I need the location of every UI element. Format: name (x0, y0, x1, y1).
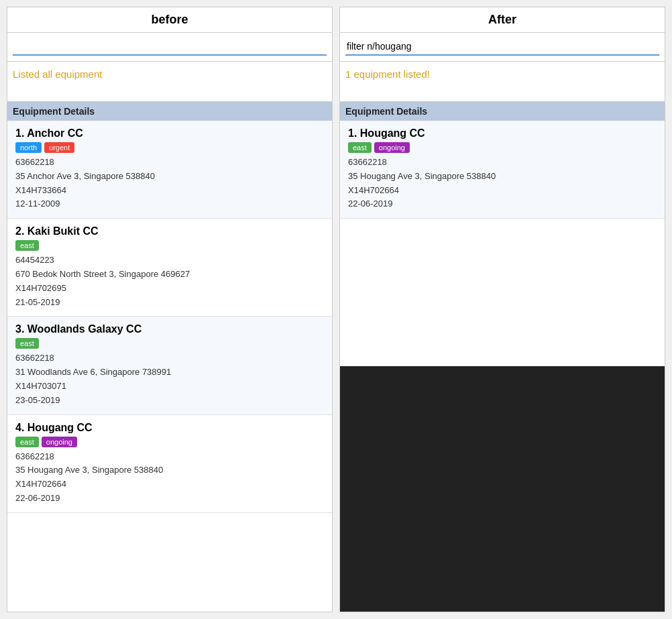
left-status-area: Listed all equipment (7, 62, 332, 102)
item-phone: 63662218 (15, 157, 54, 167)
item-address: 670 Bedok North Street 3, Singapore 4696… (15, 269, 190, 279)
item-name-highlighted: Hougang CC (360, 127, 425, 139)
right-input-area (340, 33, 665, 62)
left-equipment-list: 1. Anchor CCnorthurgent6366221835 Anchor… (7, 121, 332, 612)
left-input[interactable] (13, 38, 327, 56)
item-address: 31 Woodlands Ave 6, Singapore 738991 (15, 367, 171, 377)
item-detail: 6366221835 Hougang Ave 3, Singapore 5388… (15, 450, 324, 506)
list-item: 1. Hougang CCeastongoing6366221835 Houga… (340, 121, 665, 219)
list-item: 1. Anchor CCnorthurgent6366221835 Anchor… (7, 121, 332, 219)
right-status-area: 1 equipment listed! (340, 62, 665, 102)
list-item: 3. Woodlands Galaxy CCeast6366221831 Woo… (7, 317, 332, 414)
left-panel: before Listed all equipment Equipment De… (7, 7, 333, 612)
item-code: X14H733664 (15, 185, 66, 195)
list-item: 4. Hougang CCeastongoing6366221835 Houga… (7, 415, 332, 513)
right-equipment-list: 1. Hougang CCeastongoing6366221835 Houga… (340, 121, 665, 366)
item-number: 1. (15, 127, 27, 139)
item-number: 1. (348, 127, 360, 139)
item-phone: 64454223 (15, 255, 54, 265)
item-name: 4. Hougang CC (15, 422, 324, 434)
item-date: 12-11-2009 (15, 199, 60, 209)
item-phone: 63662218 (15, 451, 54, 461)
list-item: 2. Kaki Bukit CCeast64454223670 Bedok No… (7, 219, 332, 317)
item-date: 23-05-2019 (15, 395, 60, 405)
badge-east: east (15, 437, 39, 447)
item-detail: 6366221835 Hougang Ave 3, Singapore 5388… (348, 156, 657, 211)
item-code: X14H703071 (15, 381, 66, 391)
item-phone: 63662218 (15, 353, 54, 363)
left-panel-title: before (7, 7, 332, 33)
right-status-text: 1 equipment listed! (345, 68, 430, 80)
item-badges: eastongoing (348, 142, 657, 153)
item-code: X14H702664 (15, 479, 66, 489)
badge-north: north (15, 142, 42, 153)
right-section-label: Equipment Details (340, 102, 665, 121)
item-name: 2. Kaki Bukit CC (15, 225, 324, 237)
right-input[interactable] (345, 38, 659, 56)
badge-urgent: urgent (44, 142, 74, 153)
item-date: 21-05-2019 (15, 297, 60, 307)
item-detail: 6366221831 Woodlands Ave 6, Singapore 73… (15, 351, 324, 407)
item-number: 3. (15, 323, 27, 335)
item-badges: eastongoing (15, 437, 324, 447)
item-date: 22-06-2019 (15, 493, 60, 503)
right-panel-title: After (340, 7, 665, 33)
badge-east: east (348, 142, 372, 153)
badge-east: east (15, 338, 39, 349)
item-code: X14H702695 (15, 283, 66, 293)
item-badges: northurgent (15, 142, 324, 153)
badge-ongoing: ongoing (42, 437, 77, 447)
item-address: 35 Hougang Ave 3, Singapore 538840 (348, 171, 496, 181)
item-name: 1. Anchor CC (15, 127, 324, 139)
item-date: 22-06-2019 (348, 199, 393, 209)
left-section-label: Equipment Details (7, 102, 332, 121)
left-input-area (7, 33, 332, 62)
badge-east: east (15, 240, 39, 251)
item-number: 4. (15, 422, 27, 433)
item-phone: 63662218 (348, 157, 387, 167)
item-badges: east (15, 240, 324, 251)
item-detail: 64454223670 Bedok North Street 3, Singap… (15, 254, 324, 309)
left-status-text: Listed all equipment (13, 68, 102, 80)
item-address: 35 Anchor Ave 3, Singapore 538840 (15, 171, 155, 181)
badge-ongoing: ongoing (374, 142, 410, 153)
item-address: 35 Hougang Ave 3, Singapore 538840 (15, 465, 163, 475)
item-name: 3. Woodlands Galaxy CC (15, 323, 324, 335)
item-code: X14H702664 (348, 185, 399, 195)
item-detail: 6366221835 Anchor Ave 3, Singapore 53884… (15, 156, 324, 211)
right-panel: After 1 equipment listed! Equipment Deta… (339, 7, 665, 612)
item-badges: east (15, 338, 324, 349)
item-name: 1. Hougang CC (348, 127, 657, 139)
item-number: 2. (15, 225, 27, 237)
dark-area (340, 366, 665, 612)
